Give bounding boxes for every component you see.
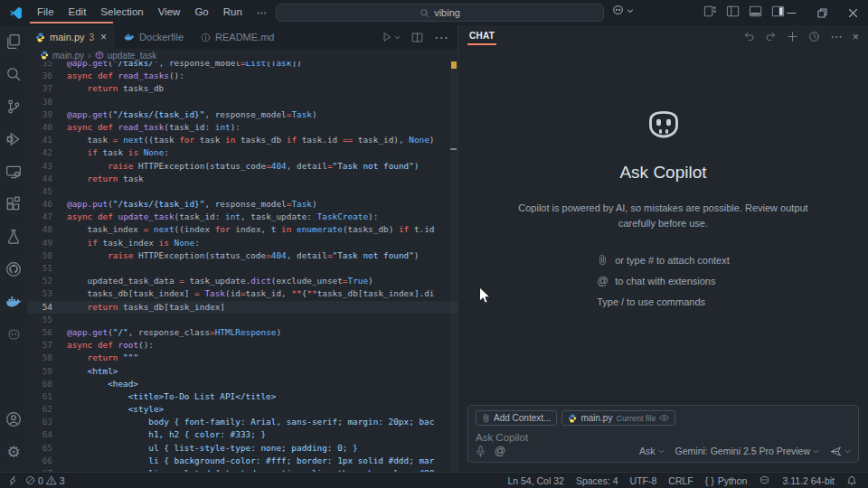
copilot-menu-button[interactable] xyxy=(611,4,634,17)
search-sidebar-icon[interactable] xyxy=(0,58,27,90)
line-number[interactable]: 36 xyxy=(27,70,67,82)
menu-[interactable]: ⋯ xyxy=(250,4,275,22)
minimize-button[interactable] xyxy=(776,0,807,25)
add-context-button[interactable]: Add Context... xyxy=(476,410,557,426)
breadcrumb[interactable]: main.py › update_task xyxy=(27,49,458,61)
code-line[interactable]: 45 xyxy=(27,185,458,198)
line-number[interactable]: 54 xyxy=(27,301,67,314)
code-line[interactable]: 51 xyxy=(27,262,458,275)
code-line[interactable]: 42 if task is None: xyxy=(27,146,458,159)
code-editor[interactable]: 35@app.get("/tasks/", response_model=Lis… xyxy=(27,61,458,472)
remote-explorer-icon[interactable] xyxy=(0,155,27,188)
line-number[interactable]: 58 xyxy=(27,352,67,364)
line-number[interactable]: 38 xyxy=(27,96,67,108)
copilot-status-icon[interactable] xyxy=(759,474,770,486)
code-line[interactable]: 61 <title>To-Do List API</title> xyxy=(27,390,458,403)
run-button[interactable] xyxy=(382,32,401,42)
command-search-input[interactable]: vibing xyxy=(276,4,604,22)
chat-prompt-input[interactable]: Ask Copilot xyxy=(476,432,851,443)
code-line[interactable]: 50 raise HTTPException(status_code=404, … xyxy=(27,249,458,262)
line-number[interactable]: 39 xyxy=(27,108,67,121)
code-line[interactable]: 59 <html> xyxy=(27,365,458,378)
line-number[interactable]: 43 xyxy=(27,160,67,173)
line-number[interactable]: 59 xyxy=(27,365,67,378)
history-icon[interactable] xyxy=(808,31,820,42)
code-line[interactable]: 36async def read_tasks(): xyxy=(27,70,458,82)
settings-gear-icon[interactable]: ⚙ xyxy=(0,436,27,468)
model-picker-dropdown[interactable]: Gemini: Gemini 2.5 Pro Preview xyxy=(675,446,819,456)
code-line[interactable]: 58 return """ xyxy=(27,352,458,364)
line-number[interactable]: 57 xyxy=(27,339,67,352)
code-line[interactable]: 64 h1, h2 { color: #333; } xyxy=(27,428,458,441)
menu-view[interactable]: View xyxy=(151,4,188,22)
tab-close-icon[interactable]: × xyxy=(100,31,107,43)
code-line[interactable]: 35@app.get("/tasks/", response_model=Lis… xyxy=(27,61,458,70)
line-number[interactable]: 60 xyxy=(27,378,67,390)
tab-readme[interactable]: README.md xyxy=(193,25,283,49)
menu-run[interactable]: Run xyxy=(216,4,250,22)
restore-button[interactable] xyxy=(807,0,837,25)
close-window-button[interactable] xyxy=(837,0,868,25)
line-number[interactable]: 49 xyxy=(27,237,67,249)
context-file-chip[interactable]: main.py Current file xyxy=(561,410,675,426)
code-line[interactable]: 38 xyxy=(27,96,458,108)
send-button[interactable] xyxy=(830,446,851,457)
new-chat-icon[interactable] xyxy=(787,31,798,42)
tab-dockerfile[interactable]: Dockerfile xyxy=(116,25,193,49)
undo-icon[interactable] xyxy=(743,31,755,42)
line-number[interactable]: 66 xyxy=(27,455,67,467)
code-line[interactable]: 44 return task xyxy=(27,173,458,185)
line-number[interactable]: 51 xyxy=(27,262,67,275)
code-line[interactable]: 37 return tasks_db xyxy=(27,82,458,95)
copilot-chat-icon[interactable] xyxy=(0,318,27,351)
code-line[interactable]: 60 <head> xyxy=(27,378,458,390)
line-number[interactable]: 65 xyxy=(27,442,67,455)
source-control-icon[interactable] xyxy=(0,90,27,123)
line-number[interactable]: 61 xyxy=(27,390,67,403)
code-line[interactable]: 48 task_index = next((index for index, t… xyxy=(27,223,458,236)
code-line[interactable]: 54 return tasks_db[task_index] xyxy=(27,301,458,314)
extensions-icon[interactable] xyxy=(0,188,27,221)
chat-close-icon[interactable]: × xyxy=(852,31,859,42)
line-number[interactable]: 41 xyxy=(27,134,67,146)
indentation[interactable]: Spaces: 4 xyxy=(576,475,618,486)
code-line[interactable]: 39@app.get("/tasks/{task_id}", response_… xyxy=(27,108,458,121)
code-line[interactable]: 47async def update_task(task_id: int, ta… xyxy=(27,211,458,223)
github-icon[interactable] xyxy=(0,253,27,286)
chat-more-icon[interactable]: ⋯ xyxy=(830,31,842,42)
remote-indicator-icon[interactable] xyxy=(7,475,18,486)
line-number[interactable]: 37 xyxy=(27,82,67,95)
editor-scrollbar[interactable] xyxy=(449,61,458,472)
language-mode[interactable]: { } Python xyxy=(705,475,748,486)
code-line[interactable]: 63 body { font-family: Arial, sans-serif… xyxy=(27,416,458,428)
code-line[interactable]: 49 if task_index is None: xyxy=(27,237,458,249)
docker-icon[interactable] xyxy=(0,286,27,318)
line-number[interactable]: 50 xyxy=(27,249,67,262)
tab-main-py[interactable]: main.py 3 × xyxy=(27,25,116,49)
split-editor-icon[interactable] xyxy=(411,32,423,43)
line-number[interactable]: 45 xyxy=(27,185,67,198)
line-number[interactable]: 35 xyxy=(27,61,67,70)
encoding[interactable]: UTF-8 xyxy=(630,475,657,486)
line-number[interactable]: 56 xyxy=(27,326,67,339)
toggle-primary-sidebar-icon[interactable] xyxy=(726,5,740,18)
line-number[interactable]: 42 xyxy=(27,146,67,159)
run-debug-icon[interactable] xyxy=(0,123,27,155)
code-line[interactable]: 46@app.put("/tasks/{task_id}", response_… xyxy=(27,198,458,211)
line-number[interactable]: 62 xyxy=(27,403,67,416)
code-line[interactable]: 52 updated_task_data = task_update.dict(… xyxy=(27,275,458,287)
line-number[interactable]: 64 xyxy=(27,428,67,441)
menu-go[interactable]: Go xyxy=(187,4,215,22)
code-line[interactable]: 56@app.get("/", response_class=HTMLRespo… xyxy=(27,326,458,339)
breadcrumb-symbol[interactable]: update_task xyxy=(108,51,157,61)
editor-more-actions[interactable]: ⋯ xyxy=(434,29,448,46)
menu-file[interactable]: File xyxy=(30,4,61,22)
line-number[interactable]: 48 xyxy=(27,223,67,236)
chat-mode-dropdown[interactable]: Ask xyxy=(639,446,665,456)
eye-icon[interactable] xyxy=(659,414,669,422)
line-number[interactable]: 46 xyxy=(27,198,67,211)
line-number[interactable]: 63 xyxy=(27,416,67,428)
line-number[interactable]: 40 xyxy=(27,121,67,134)
cursor-position[interactable]: Ln 54, Col 32 xyxy=(507,475,563,486)
toggle-panel-icon[interactable] xyxy=(749,5,762,18)
